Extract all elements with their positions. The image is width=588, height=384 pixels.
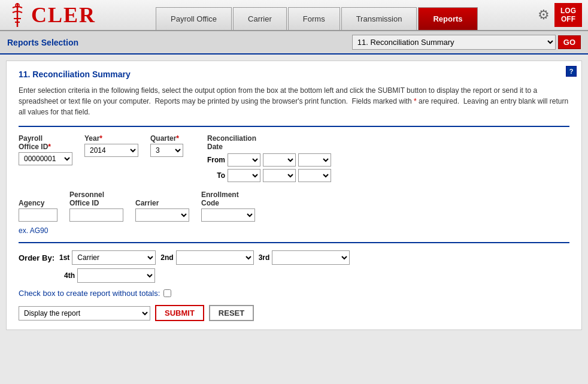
order-by-section: Order By: 1st Carrier 2nd 3rd <box>19 250 569 283</box>
gear-icon[interactable]: ⚙ <box>538 7 550 23</box>
reports-selection-title: Reports Selection <box>7 38 78 47</box>
submit-button[interactable]: SUBMIT <box>155 305 204 321</box>
no-totals-checkbox[interactable] <box>163 289 171 297</box>
year-select[interactable]: 2014 <box>84 144 138 157</box>
order-by-4th: 4th <box>64 268 155 283</box>
reset-button[interactable]: RESET <box>209 305 254 321</box>
example-text: ex. AG90 <box>19 226 569 235</box>
order-by-row-1: Order By: 1st Carrier 2nd 3rd <box>19 250 569 265</box>
year-label: Year* <box>84 134 138 143</box>
recon-date-section: ReconciliationDate From To <box>207 134 331 182</box>
to-day-select[interactable] <box>263 169 296 182</box>
enrollment-code-label: EnrollmentCode <box>201 191 255 207</box>
second-label: 2nd <box>160 253 173 262</box>
header-right: ⚙ LOGOFF <box>532 3 588 28</box>
recon-date-rows: From To <box>207 153 331 182</box>
to-month-select[interactable] <box>228 169 260 182</box>
checkbox-row: Check box to create report without total… <box>19 289 569 298</box>
divider-1 <box>19 126 569 127</box>
carrier-select[interactable] <box>135 208 189 222</box>
third-label: 3rd <box>259 253 270 262</box>
quarter-group: Quarter* 3 <box>150 134 183 157</box>
form-section-2: Agency PersonnelOffice ID Carrier Enroll… <box>19 191 569 222</box>
main-content: ? 11. Reconciliation Summary Enter selec… <box>0 55 588 384</box>
nav-tab-transmission[interactable]: Transmission <box>341 7 417 30</box>
enrollment-code-select[interactable] <box>201 208 255 222</box>
nav-tab-carrier[interactable]: Carrier <box>233 7 287 30</box>
order-by-label: Order By: <box>19 253 54 262</box>
from-month-select[interactable] <box>228 153 260 167</box>
order-2nd-select[interactable] <box>176 250 254 265</box>
year-group: Year* 2014 <box>84 134 138 157</box>
nav-tab-reports[interactable]: Reports <box>418 7 477 30</box>
to-year-select[interactable] <box>298 169 331 182</box>
logo-area: CLER <box>0 0 156 31</box>
order-3rd-select[interactable] <box>272 250 350 265</box>
fourth-label: 4th <box>64 271 75 280</box>
to-label: To <box>207 171 225 180</box>
carrier-group: Carrier <box>135 199 189 222</box>
help-icon[interactable]: ? <box>566 66 577 77</box>
enrollment-code-group: EnrollmentCode <box>201 191 255 222</box>
order-1st-select[interactable]: Carrier <box>72 250 156 265</box>
personnel-office-id-group: PersonnelOffice ID <box>69 191 123 222</box>
from-label: From <box>207 156 225 164</box>
personnel-office-id-input[interactable] <box>69 208 123 222</box>
nav-tab-forms[interactable]: Forms <box>288 7 340 30</box>
order-by-row-2: 4th <box>19 268 569 283</box>
panel-title: 11. Reconciliation Summary <box>19 69 569 79</box>
subheader-right: 11. Reconciliation Summary GO <box>352 35 581 50</box>
order-4th-select[interactable] <box>77 268 155 283</box>
payroll-office-id-select[interactable]: 00000001 <box>19 152 72 165</box>
payroll-office-id-label: PayrollOffice ID* <box>19 134 72 151</box>
agency-group: Agency <box>19 199 57 222</box>
agency-label: Agency <box>19 199 57 207</box>
logo-text: CLER <box>31 4 96 26</box>
report-selector[interactable]: 11. Reconciliation Summary <box>352 35 556 50</box>
form-section-1: PayrollOffice ID* 00000001 Year* 2014 Qu… <box>19 134 569 182</box>
nav-tabs: Payroll Office Carrier Forms Transmissio… <box>156 0 532 30</box>
divider-2 <box>19 242 569 243</box>
agency-input[interactable] <box>19 208 57 222</box>
order-by-2nd: 2nd <box>160 250 253 265</box>
bottom-bar: Display the report Send to spreadsheet S… <box>19 305 569 321</box>
recon-date-label: ReconciliationDate <box>207 134 331 151</box>
go-button[interactable]: GO <box>558 35 581 49</box>
content-panel: ? 11. Reconciliation Summary Enter selec… <box>6 61 582 330</box>
nav-tab-payroll-office[interactable]: Payroll Office <box>156 7 232 30</box>
carrier-label: Carrier <box>135 199 189 207</box>
personnel-office-id-label: PersonnelOffice ID <box>69 191 123 207</box>
recon-date-to-row: To <box>207 169 331 182</box>
payroll-office-id-group: PayrollOffice ID* 00000001 <box>19 134 72 165</box>
header: CLER Payroll Office Carrier Forms Transm… <box>0 0 588 31</box>
from-year-select[interactable] <box>298 153 331 167</box>
quarter-select[interactable]: 3 <box>150 144 183 157</box>
order-by-3rd: 3rd <box>259 250 350 265</box>
from-day-select[interactable] <box>263 153 296 167</box>
logo-emblem <box>6 2 29 28</box>
output-option-select[interactable]: Display the report Send to spreadsheet S… <box>19 306 150 320</box>
checkbox-label: Check box to create report without total… <box>19 289 160 298</box>
first-label: 1st <box>59 253 69 262</box>
quarter-label: Quarter* <box>150 134 183 143</box>
logoff-button[interactable]: LOGOFF <box>554 3 582 28</box>
recon-date-from-row: From <box>207 153 331 167</box>
subheader: Reports Selection 11. Reconciliation Sum… <box>0 31 588 55</box>
panel-instructions: Enter selection criteria in the followin… <box>19 85 569 117</box>
order-by-1st: 1st Carrier <box>59 250 156 265</box>
